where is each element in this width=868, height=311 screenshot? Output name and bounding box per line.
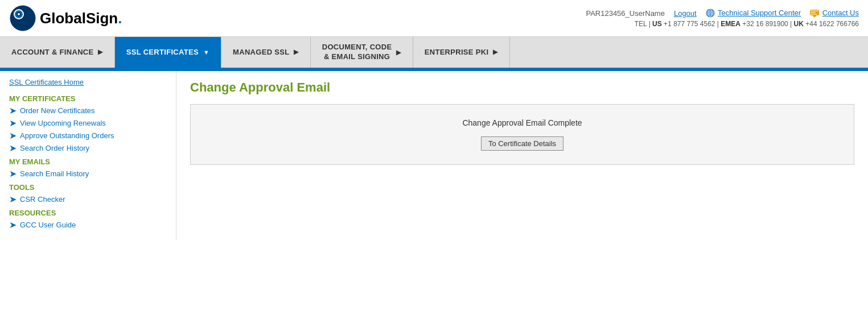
sidebar-item-order-new[interactable]: ➤ Order New Certificates — [9, 106, 167, 115]
tab-managed-ssl-arrow: ▶ — [294, 48, 298, 56]
link-view-renewals: View Upcoming Renewals — [20, 119, 106, 127]
svg-point-0 — [10, 6, 35, 31]
logo-name: GlobalSign — [40, 10, 118, 27]
svg-marker-11 — [812, 15, 817, 18]
arrow-icon-approve-orders: ➤ — [9, 131, 17, 140]
sidebar-item-view-renewals[interactable]: ➤ View Upcoming Renewals — [9, 119, 167, 128]
sidebar-home-link[interactable]: SSL Certificates Home — [9, 78, 167, 86]
logo-dot: . — [118, 10, 122, 27]
tab-ssl-certificates-label: SSL CERTIFICATES — [126, 48, 199, 56]
cert-details-button[interactable]: To Certificate Details — [481, 136, 563, 151]
link-csr-checker: CSR Checker — [20, 195, 65, 204]
completion-message: Change Approval Email Complete — [200, 118, 845, 127]
arrow-icon-csr-checker: ➤ — [9, 195, 17, 204]
tab-account-finance-arrow: ▶ — [98, 48, 102, 56]
username-label: PAR123456_UserName — [586, 9, 665, 18]
sidebar-item-approve-orders[interactable]: ➤ Approve Outstanding Orders — [9, 131, 167, 140]
globe-icon — [706, 9, 715, 18]
arrow-icon-search-email: ➤ — [9, 169, 17, 179]
arrow-icon-gcc-guide: ➤ — [9, 221, 17, 230]
sidebar-item-csr-checker[interactable]: ➤ CSR Checker — [9, 195, 167, 204]
tab-enterprise-pki-label: ENTERPRISE PKI — [425, 48, 489, 56]
contact-us-link[interactable]: Contact Us — [822, 9, 859, 17]
sidebar-section-my-emails: MY EMAILS — [9, 157, 167, 166]
arrow-icon-view-renewals: ➤ — [9, 119, 17, 128]
tab-account-finance-label: ACCOUNT & FINANCE — [11, 48, 93, 56]
tab-managed-ssl-label: MANAGED SSL — [233, 48, 289, 56]
header-top-row: PAR123456_UserName Logout Technical Supp… — [586, 9, 859, 18]
content-area: Change Approval Email Change Approval Em… — [176, 71, 868, 240]
tab-ssl-certificates-arrow: ▼ — [203, 49, 209, 56]
globalsign-logo-icon — [9, 5, 36, 32]
logo-area: GlobalSign. — [9, 5, 122, 32]
main-area: SSL Certificates Home MY CERTIFICATES ➤ … — [0, 71, 868, 240]
link-approve-orders: Approve Outstanding Orders — [20, 131, 114, 140]
sidebar: SSL Certificates Home MY CERTIFICATES ➤ … — [0, 71, 176, 240]
sidebar-item-search-order[interactable]: ➤ Search Order History — [9, 144, 167, 153]
content-box: Change Approval Email Complete To Certif… — [190, 104, 854, 165]
sidebar-section-my-certificates: MY CERTIFICATES — [9, 94, 167, 103]
page-title: Change Approval Email — [190, 80, 854, 95]
sidebar-item-gcc-guide[interactable]: ➤ GCC User Guide — [9, 221, 167, 230]
logout-link[interactable]: Logout — [674, 9, 697, 18]
support-center-link[interactable]: Technical Support Center — [718, 9, 801, 17]
contact-icon — [810, 10, 819, 18]
nav-bar: ACCOUNT & FINANCE ▶ SSL CERTIFICATES ▼ M… — [0, 37, 868, 69]
link-gcc-guide: GCC User Guide — [20, 221, 76, 229]
tab-doc-label: DOCUMENT, CODE& EMAIL SIGNING — [322, 43, 392, 62]
phone-info: TEL | US +1 877 775 4562 | EMEA +32 16 8… — [586, 20, 859, 28]
arrow-icon-order-new: ➤ — [9, 106, 17, 115]
sidebar-section-tools: TOOLS — [9, 183, 167, 192]
tab-enterprise-pki-arrow: ▶ — [493, 48, 497, 56]
support-link-area: Technical Support Center — [706, 9, 801, 18]
sidebar-item-search-email[interactable]: ➤ Search Email History — [9, 169, 167, 179]
tab-enterprise-pki[interactable]: ENTERPRISE PKI ▶ — [413, 37, 510, 68]
contact-link-area: Contact Us — [810, 9, 859, 18]
arrow-icon-search-order: ➤ — [9, 144, 17, 153]
tab-ssl-certificates[interactable]: SSL CERTIFICATES ▼ — [115, 37, 221, 68]
tab-doc-arrow: ▶ — [396, 48, 401, 56]
svg-point-4 — [18, 13, 20, 15]
header-right: PAR123456_UserName Logout Technical Supp… — [586, 9, 859, 28]
link-search-order: Search Order History — [20, 144, 89, 152]
tab-account-finance[interactable]: ACCOUNT & FINANCE ▶ — [0, 37, 115, 68]
logo-text: GlobalSign. — [40, 10, 122, 27]
link-search-email: Search Email History — [20, 169, 89, 178]
sidebar-section-resources: RESOURCES — [9, 209, 167, 217]
tab-doc-code-email[interactable]: DOCUMENT, CODE& EMAIL SIGNING ▶ — [311, 37, 413, 68]
link-order-new: Order New Certificates — [20, 106, 94, 115]
header: GlobalSign. PAR123456_UserName Logout Te… — [0, 0, 868, 37]
tab-managed-ssl[interactable]: MANAGED SSL ▶ — [221, 37, 311, 68]
